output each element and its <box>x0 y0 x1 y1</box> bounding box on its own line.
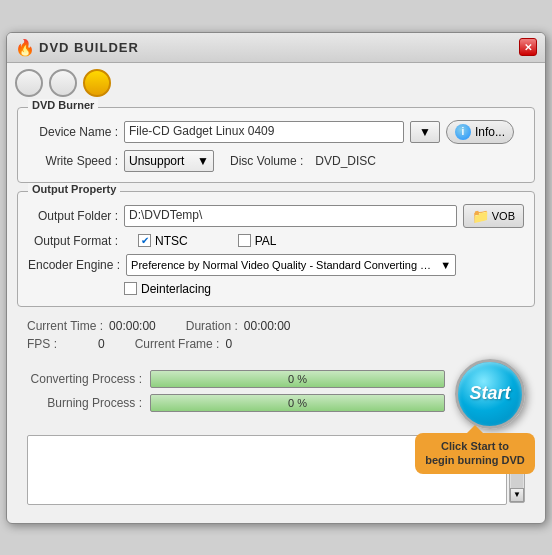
duration-label: Duration : <box>186 319 238 333</box>
ntsc-checkbox-item[interactable]: ✔ NTSC <box>138 234 188 248</box>
current-frame-item: Current Frame : 0 <box>135 337 232 351</box>
device-name-row: Device Name : File-CD Gadget Linux 0409 … <box>28 120 524 144</box>
write-speed-label: Write Speed : <box>28 154 118 168</box>
main-window: 🔥 DVD BUILDER ✕ DVD Burner Device Name :… <box>6 32 546 524</box>
start-tooltip: Click Start to begin burning DVD <box>415 433 535 474</box>
maximize-button[interactable] <box>49 69 77 97</box>
start-button[interactable]: Start <box>455 359 525 429</box>
burning-progress-bar: 0 % <box>150 394 445 412</box>
progress-start-section: Converting Process : 0 % Burning Process… <box>17 359 535 429</box>
title-bar: 🔥 DVD BUILDER ✕ <box>7 33 545 63</box>
window-title: DVD BUILDER <box>39 40 139 55</box>
output-folder-input[interactable]: D:\DVDTemp\ <box>124 205 457 227</box>
write-speed-row: Write Speed : Unsupport ▼ Disc Volume : … <box>28 150 524 172</box>
pal-label: PAL <box>255 234 277 248</box>
output-property-group: Output Property Output Folder : D:\DVDTe… <box>17 191 535 307</box>
output-format-label: Output Format : <box>28 234 118 248</box>
vob-button[interactable]: 📁 VOB <box>463 204 524 228</box>
output-property-label: Output Property <box>28 183 120 195</box>
encoder-row: Encoder Engine : Preference by Normal Vi… <box>28 254 524 276</box>
window-controls <box>7 63 545 103</box>
dvd-burner-group: DVD Burner Device Name : File-CD Gadget … <box>17 107 535 183</box>
deinterlacing-row: Deinterlacing <box>124 282 524 296</box>
start-button-container: Start Click Start to begin burning DVD <box>455 359 525 429</box>
converting-label: Converting Process : <box>27 372 142 386</box>
title-bar-left: 🔥 DVD BUILDER <box>15 38 139 57</box>
write-speed-select[interactable]: Unsupport ▼ <box>124 150 214 172</box>
output-folder-row: Output Folder : D:\DVDTemp\ 📁 VOB <box>28 204 524 228</box>
dvd-burner-label: DVD Burner <box>28 99 98 111</box>
ntsc-checkbox[interactable]: ✔ <box>138 234 151 247</box>
encoder-label: Encoder Engine : <box>28 258 120 272</box>
output-format-row: Output Format : ✔ NTSC PAL <box>28 234 524 248</box>
flame-icon: 🔥 <box>15 38 35 57</box>
current-time-label: Current Time : <box>27 319 103 333</box>
current-time-value: 00:00:00 <box>109 319 156 333</box>
fps-label: FPS : <box>27 337 57 351</box>
main-content: DVD Burner Device Name : File-CD Gadget … <box>7 103 545 523</box>
current-frame-value: 0 <box>225 337 232 351</box>
stats-section: Current Time : 00:00:00 Duration : 00:00… <box>17 315 535 359</box>
encoder-select[interactable]: Preference by Normal Video Quality - Sta… <box>126 254 456 276</box>
stats-row-2: FPS : 0 Current Frame : 0 <box>27 337 525 351</box>
stats-row-1: Current Time : 00:00:00 Duration : 00:00… <box>27 319 525 333</box>
duration-value: 00:00:00 <box>244 319 291 333</box>
restore-button[interactable] <box>83 69 111 97</box>
fps-value: 0 <box>98 337 105 351</box>
deinterlacing-checkbox[interactable] <box>124 282 137 295</box>
converting-progress-row: Converting Process : 0 % <box>27 370 445 388</box>
fps-item: FPS : 0 <box>27 337 105 351</box>
progress-section: Converting Process : 0 % Burning Process… <box>27 370 445 418</box>
burning-progress-row: Burning Process : 0 % <box>27 394 445 412</box>
burning-progress-text: 0 % <box>151 397 444 409</box>
folder-icon: 📁 <box>472 208 489 224</box>
output-folder-label: Output Folder : <box>28 209 118 223</box>
minimize-button[interactable] <box>15 69 43 97</box>
close-button[interactable]: ✕ <box>519 38 537 56</box>
converting-progress-bar: 0 % <box>150 370 445 388</box>
current-frame-label: Current Frame : <box>135 337 220 351</box>
device-name-label: Device Name : <box>28 125 118 139</box>
current-time-item: Current Time : 00:00:00 <box>27 319 156 333</box>
deinterlacing-label: Deinterlacing <box>141 282 211 296</box>
scroll-down-button[interactable]: ▼ <box>510 488 524 502</box>
device-name-input: File-CD Gadget Linux 0409 <box>124 121 404 143</box>
device-dropdown[interactable]: ▼ <box>410 121 440 143</box>
info-button[interactable]: i Info... <box>446 120 514 144</box>
disc-volume-value: DVD_DISC <box>315 154 376 168</box>
converting-progress-text: 0 % <box>151 373 444 385</box>
pal-checkbox[interactable] <box>238 234 251 247</box>
pal-checkbox-item[interactable]: PAL <box>238 234 277 248</box>
ntsc-label: NTSC <box>155 234 188 248</box>
burning-label: Burning Process : <box>27 396 142 410</box>
info-icon: i <box>455 124 471 140</box>
duration-item: Duration : 00:00:00 <box>186 319 291 333</box>
disc-volume-label: Disc Volume : <box>230 154 303 168</box>
